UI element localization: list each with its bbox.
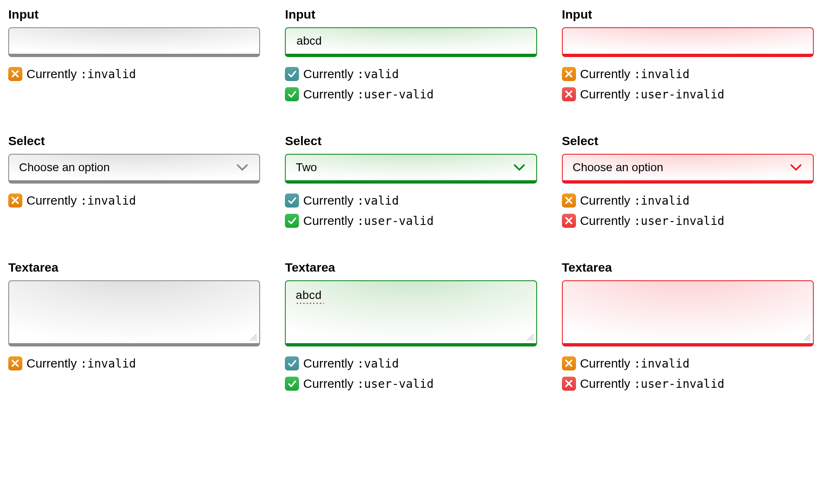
status-text: Currently :user-invalid bbox=[580, 374, 724, 393]
status-text: Currently :valid bbox=[303, 354, 399, 373]
status-text: Currently :invalid bbox=[580, 354, 690, 373]
cross-icon bbox=[8, 356, 22, 370]
input-field-col1[interactable] bbox=[8, 27, 260, 57]
spellcheck-underline-icon bbox=[296, 303, 324, 304]
select-field-col1[interactable]: Choose an option bbox=[8, 154, 260, 184]
label-textarea: Textarea bbox=[8, 260, 260, 275]
status-text: Currently :valid bbox=[303, 191, 399, 210]
textarea-value-col2: abcd bbox=[296, 289, 322, 301]
label-textarea: Textarea bbox=[285, 260, 537, 275]
label-select: Select bbox=[562, 134, 814, 148]
resize-grip-icon bbox=[802, 332, 810, 341]
status-input-col3: Currently :invalid Currently :user-inval… bbox=[562, 64, 814, 103]
status-line-user-invalid: Currently :user-invalid bbox=[562, 374, 814, 393]
cell-select-col1: Select Choose an option Currently :inval… bbox=[8, 134, 260, 232]
textarea-field-col3[interactable] bbox=[562, 280, 814, 346]
status-text: Currently :user-valid bbox=[303, 85, 433, 103]
chevron-down-icon bbox=[235, 160, 249, 174]
cross-icon bbox=[8, 67, 22, 81]
status-input-col2: Currently :valid Currently :user-valid bbox=[285, 64, 537, 103]
status-text: Currently :valid bbox=[303, 64, 399, 83]
status-textarea-col3: Currently :invalid Currently :user-inval… bbox=[562, 354, 814, 393]
status-textarea-col1: Currently :invalid bbox=[8, 354, 260, 373]
label-select: Select bbox=[8, 134, 260, 148]
status-text: Currently :invalid bbox=[26, 64, 136, 83]
status-line-invalid: Currently :invalid bbox=[562, 191, 814, 210]
cell-textarea-col2: Textarea abcd Currently :valid Currently… bbox=[285, 260, 537, 394]
label-textarea: Textarea bbox=[562, 260, 814, 275]
textarea-field-col2[interactable]: abcd bbox=[285, 280, 537, 346]
input-col3[interactable] bbox=[573, 34, 803, 48]
status-line-user-valid: Currently :user-valid bbox=[285, 85, 537, 103]
textarea-col3[interactable] bbox=[573, 288, 803, 343]
status-text: Currently :user-valid bbox=[303, 374, 433, 393]
cell-input-col3: Input Currently :invalid Currently :user… bbox=[562, 7, 814, 105]
check-icon bbox=[285, 377, 299, 391]
status-select-col1: Currently :invalid bbox=[8, 191, 260, 210]
status-line-valid: Currently :valid bbox=[285, 64, 537, 83]
status-line-invalid: Currently :invalid bbox=[562, 64, 814, 83]
cell-input-col2: Input Currently :valid Currently :user-v… bbox=[285, 7, 537, 105]
input-col1[interactable] bbox=[19, 34, 249, 48]
check-icon bbox=[285, 193, 299, 208]
status-text: Currently :invalid bbox=[26, 354, 136, 373]
cross-icon bbox=[562, 214, 576, 228]
cell-input-col1: Input Currently :invalid bbox=[8, 7, 260, 105]
status-text: Currently :user-valid bbox=[303, 211, 433, 230]
status-line-valid: Currently :valid bbox=[285, 354, 537, 373]
status-textarea-col2: Currently :valid Currently :user-valid bbox=[285, 354, 537, 393]
select-value-col3: Choose an option bbox=[573, 161, 785, 174]
check-icon bbox=[285, 356, 299, 370]
status-line-valid: Currently :valid bbox=[285, 191, 537, 210]
status-line-user-invalid: Currently :user-invalid bbox=[562, 85, 814, 103]
label-input: Input bbox=[285, 7, 537, 21]
input-col2[interactable] bbox=[296, 34, 526, 48]
cell-select-col2: Select Two Currently :valid Currently :u… bbox=[285, 134, 537, 232]
status-text: Currently :invalid bbox=[580, 191, 690, 210]
check-icon bbox=[285, 87, 299, 101]
cross-icon bbox=[562, 377, 576, 391]
label-input: Input bbox=[562, 7, 814, 21]
input-field-col2[interactable] bbox=[285, 27, 537, 57]
select-value-col1: Choose an option bbox=[19, 161, 231, 174]
status-line-invalid: Currently :invalid bbox=[8, 64, 260, 83]
status-line-user-valid: Currently :user-valid bbox=[285, 211, 537, 230]
cross-icon bbox=[562, 356, 576, 370]
status-text: Currently :user-invalid bbox=[580, 85, 724, 103]
textarea-col1[interactable] bbox=[19, 288, 249, 343]
cell-textarea-col3: Textarea Currently :invalid Currently :u… bbox=[562, 260, 814, 394]
cross-icon bbox=[562, 67, 576, 81]
status-line-invalid: Currently :invalid bbox=[562, 354, 814, 373]
status-line-user-invalid: Currently :user-invalid bbox=[562, 211, 814, 230]
status-select-col3: Currently :invalid Currently :user-inval… bbox=[562, 191, 814, 230]
cross-icon bbox=[562, 193, 576, 208]
status-select-col2: Currently :valid Currently :user-valid bbox=[285, 191, 537, 230]
textarea-field-col1[interactable] bbox=[8, 280, 260, 346]
chevron-down-icon bbox=[789, 160, 803, 174]
resize-grip-icon bbox=[526, 332, 534, 341]
cross-icon bbox=[562, 87, 576, 101]
status-input-col1: Currently :invalid bbox=[8, 64, 260, 83]
label-input: Input bbox=[8, 7, 260, 21]
select-value-col2: Two bbox=[296, 161, 508, 174]
status-text: Currently :invalid bbox=[580, 64, 690, 83]
input-field-col3[interactable] bbox=[562, 27, 814, 57]
status-line-user-valid: Currently :user-valid bbox=[285, 374, 537, 393]
check-icon bbox=[285, 67, 299, 81]
label-select: Select bbox=[285, 134, 537, 148]
check-icon bbox=[285, 214, 299, 228]
status-text: Currently :user-invalid bbox=[580, 211, 724, 230]
select-field-col2[interactable]: Two bbox=[285, 154, 537, 184]
cross-icon bbox=[8, 193, 22, 208]
resize-grip-icon bbox=[249, 332, 257, 341]
textarea-col2[interactable]: abcd bbox=[296, 288, 526, 304]
select-field-col3[interactable]: Choose an option bbox=[562, 154, 814, 184]
cell-select-col3: Select Choose an option Currently :inval… bbox=[562, 134, 814, 232]
status-line-invalid: Currently :invalid bbox=[8, 354, 260, 373]
status-line-invalid: Currently :invalid bbox=[8, 191, 260, 210]
cell-textarea-col1: Textarea Currently :invalid bbox=[8, 260, 260, 394]
chevron-down-icon bbox=[512, 160, 526, 174]
status-text: Currently :invalid bbox=[26, 191, 136, 210]
